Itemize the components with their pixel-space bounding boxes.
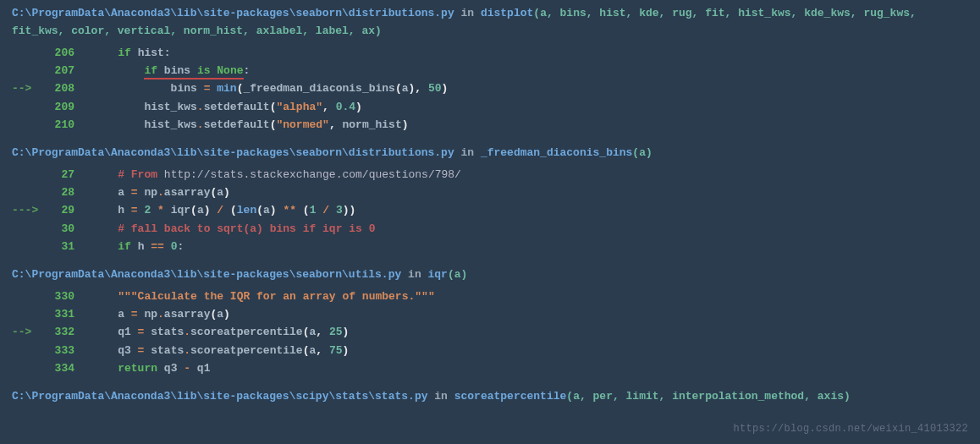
token: if (118, 240, 131, 253)
token: hist: (131, 47, 171, 59)
code-content: h = 2 * iqr(a) / (len(a) ** (1 / 3)) (74, 201, 968, 219)
token: a (402, 82, 409, 95)
token: ) (343, 344, 350, 357)
token (190, 64, 197, 79)
code-content: q1 = stats.scoreatpercentile(a, 25) (74, 323, 968, 341)
token (91, 362, 118, 375)
token: = (131, 186, 138, 199)
code-line: -->208 bins = min(_freedman_diaconis_bin… (0, 79, 980, 97)
frame-lines: 27 # From http://stats.stackexchange.com… (0, 166, 980, 266)
frame-header: C:\ProgramData\Anaconda3\lib\site-packag… (0, 388, 980, 409)
arrow-marker: --> (12, 323, 47, 341)
token: , (322, 101, 329, 113)
line-number: 206 (47, 44, 74, 62)
token: a (91, 186, 131, 199)
token: if (144, 64, 157, 79)
arrow-marker (12, 288, 47, 305)
token: . (184, 344, 190, 357)
token: : (244, 64, 251, 77)
arrow-marker (12, 184, 47, 201)
line-number: 332 (47, 323, 74, 341)
arrow-marker (12, 166, 47, 184)
token: np (138, 308, 157, 321)
token: stats (144, 326, 184, 338)
frame-header: C:\ProgramData\Anaconda3\lib\site-packag… (0, 145, 980, 166)
line-number: 331 (47, 305, 74, 323)
in-word: in (454, 146, 481, 159)
token: . (184, 326, 190, 338)
token: * (157, 204, 164, 217)
token: a (263, 204, 270, 217)
token: hist_kws (91, 118, 197, 131)
token (91, 222, 118, 235)
token: ) (223, 308, 230, 321)
token: scoreatpercentile (190, 344, 303, 357)
token: a (197, 204, 204, 217)
token: "normed" (276, 118, 328, 131)
token: q1 (190, 362, 210, 375)
code-line: 334 return q3 - q1 (0, 359, 980, 377)
arrow-marker (12, 305, 47, 323)
token: bins (164, 64, 190, 79)
code-line: 330 """Calculate the IQR for an array of… (0, 288, 980, 305)
frame-func: scoreatpercentile (454, 390, 567, 403)
line-number: 333 (47, 342, 74, 359)
code-line: 333 q3 = stats.scoreatpercentile(a, 75) (0, 342, 980, 359)
frame-func: _freedman_diaconis_bins (481, 146, 632, 159)
line-number: 210 (47, 116, 74, 134)
token: . (197, 101, 204, 113)
token (329, 101, 336, 113)
token: , (316, 344, 322, 357)
token (322, 326, 329, 338)
token: ) (402, 118, 409, 131)
code-line: 331 a = np.asarray(a) (0, 305, 980, 323)
token: is (197, 64, 211, 79)
token: , (316, 326, 322, 338)
token (157, 64, 164, 79)
line-number: 207 (47, 62, 74, 79)
token (421, 82, 428, 95)
frame-path: C:\ProgramData\Anaconda3\lib\site-packag… (12, 268, 401, 281)
arrow-marker (12, 116, 47, 134)
token: _freedman_diaconis_bins (243, 82, 394, 95)
code-line: 210 hist_kws.setdefault("normed", norm_h… (0, 116, 980, 134)
in-word: in (454, 7, 481, 19)
code-line: --->29 h = 2 * iqr(a) / (len(a) ** (1 / … (0, 201, 980, 219)
watermark-text: https://blog.csdn.net/weixin_41013322 (733, 421, 968, 425)
token: q1 (91, 326, 138, 338)
token: h (131, 240, 151, 253)
token (91, 290, 118, 303)
token: hist_kws (91, 101, 197, 113)
arrow-marker (12, 238, 47, 255)
token: , (329, 118, 336, 131)
token: setdefault (204, 101, 270, 113)
token: ) (270, 204, 277, 217)
code-content: hist_kws.setdefault("alpha", 0.4) (74, 98, 968, 116)
token: http://stats.stackexchange.com/questions… (164, 168, 461, 181)
token: # From (118, 168, 164, 181)
token (329, 204, 336, 217)
token: )) (343, 204, 356, 217)
token: a (217, 308, 223, 321)
code-line: 28 a = np.asarray(a) (0, 184, 980, 201)
arrow-marker: --> (12, 79, 47, 97)
token: ( (303, 204, 310, 217)
code-content: hist_kws.setdefault("normed", norm_hist) (74, 116, 968, 134)
frame-params: (a) (448, 268, 467, 281)
frame-path: C:\ProgramData\Anaconda3\lib\site-packag… (12, 146, 454, 159)
token: : (177, 240, 184, 253)
code-content: a = np.asarray(a) (74, 305, 968, 323)
line-number: 330 (47, 288, 74, 305)
token: len (237, 204, 256, 217)
code-content: if hist: (74, 44, 968, 62)
code-content: return q3 - q1 (74, 359, 968, 377)
token: scoreatpercentile (190, 326, 303, 338)
frame-path: C:\ProgramData\Anaconda3\lib\site-packag… (12, 7, 454, 19)
token: ( (395, 82, 402, 95)
token: norm_hist (336, 118, 402, 131)
token: 0.4 (336, 101, 355, 113)
token: ** (283, 204, 296, 217)
code-content: # fall back to sqrt(a) bins if iqr is 0 (74, 220, 968, 238)
token: bins (91, 82, 204, 95)
token: ) (355, 101, 362, 113)
